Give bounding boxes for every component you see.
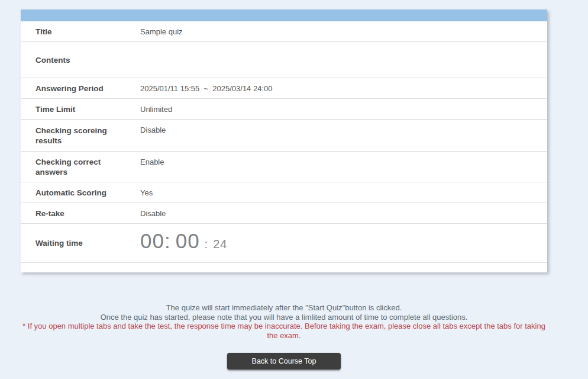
row-checking-correct-answers: Checking correct answers Enable: [21, 152, 547, 182]
row-title-value: Sample quiz: [140, 21, 547, 41]
row-title: Title Sample quiz: [21, 21, 547, 42]
row-answering-period: Answering Period 2025/01/11 15:55 ~ 2025…: [21, 78, 547, 99]
timer-part3: 24: [213, 237, 227, 250]
timer-separator-2: :: [205, 237, 209, 250]
row-retake-value: Disable: [140, 203, 547, 223]
row-checking-correct-answers-value: Enable: [140, 152, 547, 182]
row-contents-value: [140, 42, 547, 78]
row-time-limit-value: Unlimited: [140, 99, 547, 119]
row-checking-scoring-results-label: Checking scoreing results: [21, 120, 140, 151]
row-retake: Re-take Disable: [21, 203, 547, 224]
row-answering-period-value: 2025/01/11 15:55 ~ 2025/03/14 24:00: [140, 78, 547, 98]
row-time-limit-label: Time Limit: [21, 99, 140, 119]
row-contents-label: Contents: [21, 42, 140, 78]
row-automatic-scoring-value: Yes: [140, 182, 547, 203]
row-retake-label: Re-take: [21, 203, 140, 223]
note-line-2: Once the quiz has started, please note t…: [21, 313, 547, 322]
row-automatic-scoring-label: Automatic Scoring: [21, 182, 140, 203]
row-checking-correct-answers-label: Checking correct answers: [21, 152, 140, 182]
timer-separator-1: :: [164, 229, 171, 252]
row-title-label: Title: [21, 21, 140, 41]
row-checking-scoring-results: Checking scoreing results Disable: [21, 120, 547, 152]
row-automatic-scoring: Automatic Scoring Yes: [21, 182, 547, 203]
card-bottom-spacer: [21, 263, 547, 272]
timer-part2: 00: [176, 229, 200, 252]
quiz-info-card: Title Sample quiz Contents Answering Per…: [21, 9, 547, 272]
back-to-course-top-button[interactable]: Back to Course Top: [227, 353, 341, 370]
row-waiting-time: Waiting time 00:00:24: [21, 224, 547, 263]
row-checking-scoring-results-value: Disable: [140, 120, 547, 151]
note-line-1: The quize will start immediately after t…: [21, 303, 547, 313]
row-answering-period-label: Answering Period: [21, 78, 140, 98]
note-warning: * If you open multiple tabs and take the…: [21, 322, 547, 340]
row-contents: Contents: [21, 42, 547, 78]
quiz-notes: The quize will start immediately after t…: [21, 303, 547, 341]
timer-part1: 00: [140, 229, 164, 252]
waiting-time-countdown: 00:00:24: [140, 224, 547, 262]
row-time-limit: Time Limit Unlimited: [21, 99, 547, 120]
button-row: Back to Course Top: [21, 353, 547, 370]
card-header-bar: [21, 9, 547, 21]
row-waiting-time-label: Waiting time: [21, 224, 140, 262]
